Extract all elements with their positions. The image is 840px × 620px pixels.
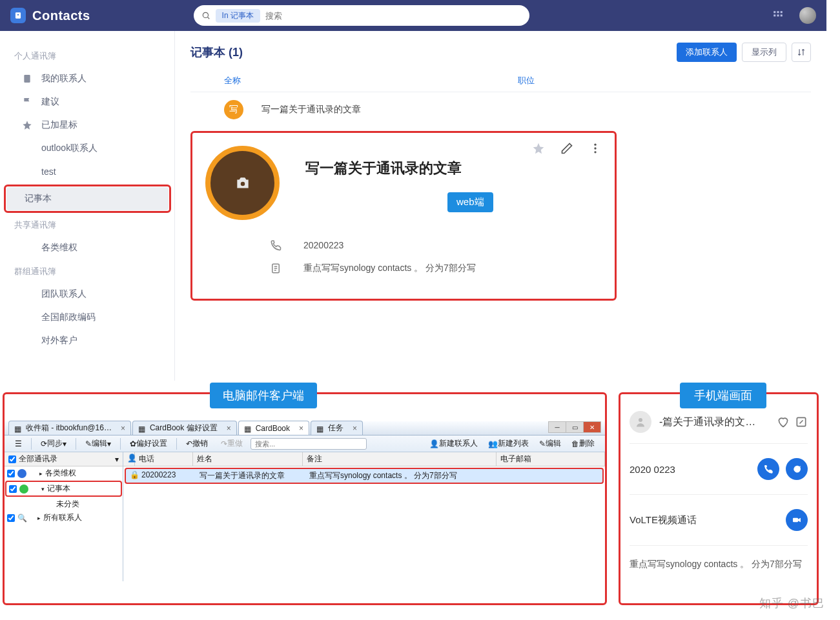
svg-point-12 [594,151,596,153]
app-tabs: ▦收件箱 - itbookfun@16…×▦CardBook 偏好设置×▦Car… [5,421,605,435]
th-phone[interactable]: 电话 [135,452,193,466]
add-contact-button[interactable]: 添加联系人 [677,43,737,62]
tree-node[interactable]: 未分类 [5,497,123,511]
col-job[interactable]: 职位 [518,70,812,92]
svg-point-10 [594,144,596,146]
field-note: 重点写写synology contacts 。 分为7部分写 [270,263,602,274]
toolbar-search[interactable] [251,438,367,450]
apps-grid-icon[interactable] [772,10,784,21]
mobile-row[interactable]: VoLTE视频通话 [630,495,808,546]
sidebar-item[interactable]: 建议 [14,90,169,114]
person-icon [635,416,646,428]
pref-button[interactable]: ✿ 偏好设置 [125,437,172,450]
app-tab[interactable]: ▦CardBook 偏好设置× [132,421,237,435]
app-logo-icon [10,8,26,23]
thunderbird-cardbook: 电脑邮件客户端 ─ ▭ ✕ ▦收件箱 - itbookfun@16…×▦Card… [3,392,607,605]
search-input[interactable] [265,11,522,21]
phone-button[interactable] [757,458,779,480]
th-icon[interactable]: 👤 [123,452,135,466]
th-note[interactable]: 备注 [303,452,497,466]
sidebar-item[interactable]: 已加星标 [14,114,169,137]
menu-button[interactable]: ☰ [10,437,27,450]
row-title: 写一篇关于通讯录的文章 [261,104,361,115]
delete-button[interactable]: 🗑 删除 [566,437,600,450]
app-header: Contacts In 记事本 [0,0,826,31]
video-button[interactable] [786,509,808,531]
show-columns-button[interactable]: 显示列 [742,43,786,62]
undo-button[interactable]: ↶ 撤销 [181,437,213,450]
sidebar-item[interactable]: test [14,160,169,183]
sidebar-item[interactable]: outlook联系人 [14,137,169,160]
mobile-row[interactable]: 2020 0223 [630,444,808,495]
svg-point-2 [203,12,208,17]
sidebar-item[interactable]: 团队联系人 [14,283,169,306]
search-bar[interactable]: In 记事本 [194,5,529,26]
sidebar-group: 共享通讯簿 [14,219,169,231]
col-name[interactable]: 全称 [190,70,518,92]
user-avatar[interactable] [799,7,816,24]
sync-button[interactable]: ⟳ 同步 ▾ [36,437,72,450]
mobile-note: 重点写写synology contacts 。 分为7部分写 [630,546,808,583]
tree-node[interactable]: 🔍▸所有联系人 [5,511,123,525]
tree-header[interactable]: 全部通讯录▾ [5,452,123,466]
search-scope-chip[interactable]: In 记事本 [216,9,260,23]
redo-button[interactable]: ↷ 重做 [216,437,248,450]
toolbar-search-input[interactable] [251,438,367,450]
svg-rect-5 [781,11,783,13]
svg-rect-4 [777,11,779,13]
chat-button[interactable] [786,458,808,480]
close-button[interactable]: ✕ [583,421,601,433]
svg-rect-6 [773,15,775,17]
more-icon[interactable] [589,142,602,155]
app-tab[interactable]: ▦任务× [311,421,363,435]
contact-avatar[interactable] [205,146,280,220]
field-phone: 20200223 [270,239,602,251]
app-tab[interactable]: ▦CardBook× [238,421,309,435]
synology-contacts-web: Contacts In 记事本 个人通讯簿我的联系人建议已加星标outlook联… [0,0,826,381]
new-list-button[interactable]: 👥 新建列表 [483,437,534,450]
sidebar-item[interactable]: 我的联系人 [14,67,169,90]
svg-point-11 [594,147,596,149]
svg-point-13 [240,181,245,186]
maximize-button[interactable]: ▭ [566,421,584,433]
tree-node[interactable]: ▾记事本 [6,482,121,495]
sidebar-group: 群组通讯簿 [14,266,169,277]
edit2-button[interactable]: ✎ 编辑 [534,437,566,450]
sort-icon [797,48,806,57]
sidebar-item[interactable]: 各类维权 [14,236,169,259]
table-row[interactable]: 🔒 20200223 写一篇关于通讯录的文章 重点写写synology cont… [125,468,604,484]
mobile-title: -篇关于通讯录的文… [659,415,772,429]
sidebar-item[interactable]: 记事本 [6,187,169,210]
sort-button[interactable] [792,43,811,62]
tree-header-checkbox[interactable] [8,455,16,463]
heart-icon[interactable] [777,415,790,428]
edit-button[interactable]: ✎ 编辑 ▾ [80,437,116,450]
edit-icon[interactable] [560,142,573,155]
mobile-avatar [630,411,651,433]
table-header: 👤 电话 姓名 备注 电子邮箱 [123,452,605,466]
main-pane: 记事本 (1) 添加联系人 显示列 全称 职位 写 写一篇关于通讯录的文章 [174,31,826,381]
svg-rect-3 [773,11,775,13]
minimize-button[interactable]: ─ [548,421,566,433]
toolbar: ☰ ⟳ 同步 ▾ ✎ 编辑 ▾ ✿ 偏好设置 ↶ 撤销 ↷ 重做 👤 新建联系人… [5,435,605,452]
main-toolbar: 记事本 (1) 添加联系人 显示列 [190,43,811,62]
tree-node[interactable]: ▸各类维权 [5,466,123,480]
sidebar: 个人通讯簿我的联系人建议已加星标outlook联系人test记事本共享通讯簿各类… [0,31,174,381]
desktop-client-label: 电脑邮件客户端 [210,383,317,408]
star-icon[interactable] [532,142,545,155]
th-email[interactable]: 电子邮箱 [497,452,605,466]
addressbook-tree: 全部通讯录▾ ▸各类维权▾记事本未分类🔍▸所有联系人 [5,452,123,581]
svg-rect-17 [793,518,798,523]
camera-icon [234,175,251,192]
sidebar-item[interactable]: 全国邮政编码 [14,306,169,329]
svg-rect-9 [24,75,30,83]
edit-square-icon[interactable] [795,415,808,428]
contact-row[interactable]: 写 写一篇关于通讯录的文章 [190,92,811,127]
svg-point-1 [17,14,19,15]
svg-rect-8 [781,15,783,17]
mobile-label: 手机端画面 [680,383,766,408]
sidebar-item[interactable]: 对外客户 [14,329,169,352]
new-contact-button[interactable]: 👤 新建联系人 [424,437,483,450]
th-name[interactable]: 姓名 [193,452,303,466]
app-tab[interactable]: ▦收件箱 - itbookfun@16…× [8,421,131,435]
